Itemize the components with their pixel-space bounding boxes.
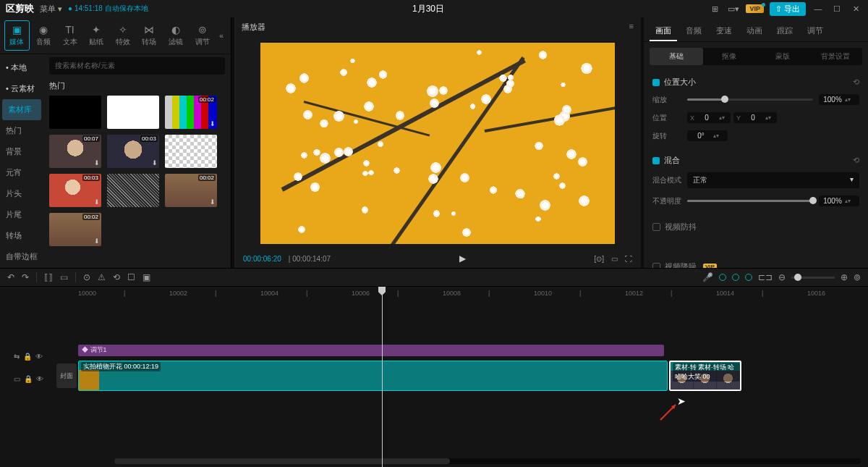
sub-tab[interactable]: 背景设置 xyxy=(809,48,863,65)
collapse-icon[interactable]: « xyxy=(216,28,226,43)
rotation-input[interactable]: ▴▾ xyxy=(687,130,728,141)
mic-icon[interactable]: 🎤 xyxy=(702,272,713,282)
minimize-icon[interactable]: — xyxy=(812,4,825,14)
top-tab-audio[interactable]: ◉音频 xyxy=(31,20,56,51)
top-tab-effect[interactable]: ✧特效 xyxy=(110,20,135,51)
media-thumb-black-clip[interactable] xyxy=(49,96,101,129)
toolbar-icon[interactable]: ⟦⟧ xyxy=(44,272,53,282)
media-thumb-person5[interactable]: 00:02⬇ xyxy=(49,213,101,246)
close-icon[interactable]: ✕ xyxy=(849,4,862,14)
sidebar-item[interactable]: 片尾 xyxy=(0,204,43,225)
sidebar-item[interactable]: 元宵 xyxy=(0,162,43,183)
timeline-scrollbar[interactable] xyxy=(114,458,861,464)
toolbar-icon[interactable]: ⊙ xyxy=(83,272,90,282)
fit-icon[interactable]: ⊚ xyxy=(854,272,861,282)
zoom-slider[interactable] xyxy=(791,277,835,279)
blend-mode-select[interactable]: 正常▾ xyxy=(687,172,859,188)
sidebar-item[interactable]: 片头 xyxy=(0,183,43,204)
video-clip-second[interactable]: 素材·转 素材·转场 哈哈哈大笑 00 xyxy=(669,361,741,391)
menu-dropdown[interactable]: 菜单 ▾ xyxy=(40,4,62,14)
svg-line-0 xyxy=(660,405,676,420)
top-tab-sticker[interactable]: ✦贴纸 xyxy=(84,20,109,51)
preview-menu-icon[interactable]: ≡ xyxy=(629,22,634,33)
ratio-icon[interactable]: ▭ xyxy=(611,255,618,263)
media-thumb-colorbars[interactable]: 00:02⬇ xyxy=(165,96,217,129)
track-lock-icon[interactable]: 🔒 xyxy=(23,353,32,361)
media-thumb-person3[interactable]: 00:03⬇ xyxy=(49,174,101,207)
preview-viewport[interactable] xyxy=(260,43,615,244)
toolbar-icon[interactable]: ↷ xyxy=(22,272,29,282)
prop-tab[interactable]: 音频 xyxy=(680,22,707,41)
scale-slider[interactable] xyxy=(687,98,813,101)
opacity-slider[interactable] xyxy=(687,200,813,202)
video-clip-main[interactable]: 实拍植物开花 00:00:12:19 xyxy=(78,361,668,391)
media-thumb-transparent[interactable] xyxy=(165,135,217,168)
vip-badge[interactable]: VIP xyxy=(746,4,764,13)
prop-tab[interactable]: 变速 xyxy=(710,22,738,41)
media-thumb-white-clip[interactable] xyxy=(107,96,159,129)
adjustment-clip[interactable]: ◆ 调节1 xyxy=(78,345,664,356)
prop-tab[interactable]: 跟踪 xyxy=(771,22,799,41)
sub-tab[interactable]: 基础 xyxy=(650,48,703,65)
toolbar-icon[interactable]: ☐ xyxy=(127,272,135,282)
top-tab-adjust[interactable]: ⊚调节 xyxy=(190,20,215,51)
media-thumb-laughing[interactable]: 00:03⬇ xyxy=(107,135,159,168)
toolbar-icon[interactable]: ⟲ xyxy=(113,272,120,282)
prop-tab[interactable]: 画面 xyxy=(650,22,677,41)
opacity-input[interactable]: ▴▾ xyxy=(819,195,859,206)
media-panel: ▣媒体◉音频TI文本✦贴纸✧特效⋈转场◐滤镜⊚调节« • 本地• 云素材素材库热… xyxy=(0,17,231,268)
track-toggle-icon[interactable]: ▭ xyxy=(14,375,20,383)
media-thumb-noise[interactable] xyxy=(107,174,159,207)
sidebar-item[interactable]: • 云素材 xyxy=(0,78,43,99)
sidebar-item[interactable]: • 本地 xyxy=(0,57,43,78)
display-icon[interactable]: ▭▾ xyxy=(727,4,740,14)
track-eye-icon[interactable]: 👁 xyxy=(35,353,43,361)
top-tab-transition[interactable]: ⋈转场 xyxy=(137,20,162,51)
denoise-checkbox[interactable] xyxy=(652,263,660,268)
pos-x-input[interactable]: X▴▾ xyxy=(687,112,731,123)
media-thumb-person1[interactable]: 00:07⬇ xyxy=(49,135,101,168)
track-lock-icon[interactable]: 🔒 xyxy=(24,375,33,383)
time-ruler[interactable]: 10000|10002|10004|10006|10008|10010|1001… xyxy=(56,287,868,304)
sidebar-item[interactable]: 自带边框 xyxy=(0,246,43,267)
play-button[interactable]: ▶ xyxy=(459,253,466,264)
toolbar-icon[interactable]: ▣ xyxy=(142,272,150,282)
search-input[interactable]: 搜索素材名称/元素 xyxy=(49,57,225,75)
prop-tab[interactable]: 调节 xyxy=(801,22,829,41)
compare-icon[interactable]: [⊙] xyxy=(594,255,604,263)
toolbar-icon[interactable]: ⚠ xyxy=(98,272,106,282)
pos-y-input[interactable]: Y▴▾ xyxy=(733,112,777,123)
top-tab-media[interactable]: ▣媒体 xyxy=(4,20,30,51)
track-toggle-icon[interactable]: ⇆ xyxy=(14,353,20,361)
sidebar-item[interactable]: 素材库 xyxy=(2,99,41,120)
toolbar-icon[interactable]: ▭ xyxy=(60,272,68,282)
fullscreen-icon[interactable]: ⛶ xyxy=(625,255,632,263)
sidebar-item[interactable]: 热门 xyxy=(0,120,43,141)
track-eye-icon[interactable]: 👁 xyxy=(36,375,43,383)
layout-icon[interactable]: ⊞ xyxy=(708,4,721,14)
top-tab-text[interactable]: TI文本 xyxy=(57,20,82,51)
sidebar-item[interactable]: 转场 xyxy=(0,225,43,246)
reset-icon[interactable]: ⟲ xyxy=(853,77,859,87)
align-icon[interactable]: ⊏⊐ xyxy=(758,272,773,282)
marker-icon[interactable] xyxy=(745,274,752,281)
marker-icon[interactable] xyxy=(732,274,739,281)
sub-tab[interactable]: 蒙版 xyxy=(756,48,809,65)
zoom-in-icon[interactable]: ⊕ xyxy=(841,272,848,282)
scale-input[interactable]: ▴▾ xyxy=(819,94,859,105)
maximize-icon[interactable]: ☐ xyxy=(830,4,843,14)
zoom-out-icon[interactable]: ⊖ xyxy=(778,272,786,282)
prop-tab[interactable]: 动画 xyxy=(741,22,768,41)
sidebar-item[interactable]: 背景 xyxy=(0,141,43,162)
stabilize-checkbox[interactable] xyxy=(652,223,660,231)
sub-tab[interactable]: 抠像 xyxy=(703,48,757,65)
top-tab-filter[interactable]: ◐滤镜 xyxy=(163,20,189,51)
sidebar-item[interactable]: 空镜 xyxy=(0,267,43,268)
cover-button[interactable]: 封面 xyxy=(56,363,77,388)
marker-icon[interactable] xyxy=(719,274,726,281)
playhead[interactable] xyxy=(382,287,383,467)
export-button[interactable]: ⇧ 导出 xyxy=(770,2,806,16)
toolbar-icon[interactable]: ↶ xyxy=(7,272,14,282)
media-thumb-person4[interactable]: 00:02⬇ xyxy=(165,174,217,207)
reset-icon[interactable]: ⟲ xyxy=(853,156,859,165)
